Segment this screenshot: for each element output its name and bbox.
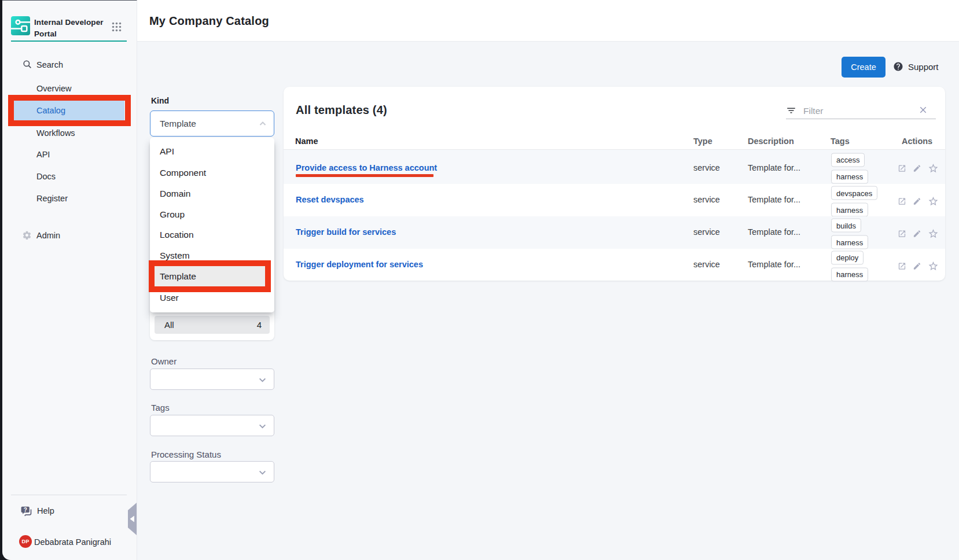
svg-text:?: ? <box>24 507 27 513</box>
